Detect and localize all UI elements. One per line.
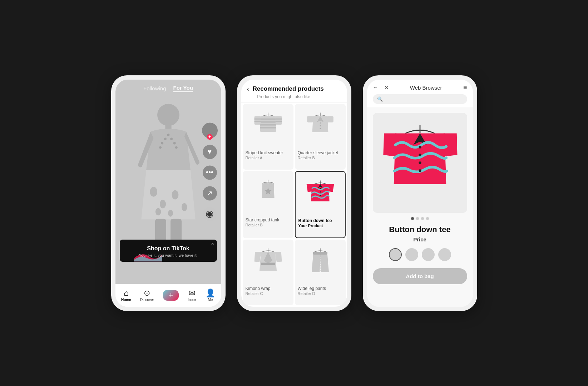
product-retailer-4: Your Product: [298, 224, 342, 228]
product-item-6[interactable]: Wide leg pants Retailer D: [295, 240, 346, 305]
tiktok-screen: Following For You: [115, 80, 221, 284]
svg-point-7: [173, 142, 176, 144]
browser-close-button[interactable]: ✕: [384, 84, 389, 91]
creator-avatar[interactable]: +: [202, 122, 218, 138]
svg-rect-34: [307, 116, 313, 122]
rec-title: Recommended products: [253, 85, 324, 92]
svg-point-9: [175, 146, 177, 149]
home-icon: ⌂: [124, 289, 128, 297]
svg-point-12: [172, 190, 178, 199]
product-price: Price: [373, 236, 467, 242]
nav-me-label: Me: [208, 298, 213, 302]
svg-point-41: [320, 188, 321, 189]
nav-home-label: Home: [121, 298, 131, 302]
svg-rect-29: [275, 121, 282, 122]
carousel-dot-2[interactable]: [416, 217, 419, 220]
product-image-4: [298, 176, 342, 215]
for-you-tab[interactable]: For You: [173, 85, 193, 92]
svg-point-51: [419, 154, 421, 156]
svg-point-13: [182, 203, 187, 211]
browser-back-button[interactable]: ←: [373, 84, 379, 91]
svg-point-14: [168, 210, 173, 216]
product-item-5[interactable]: Kimono wrap Retailer C: [243, 240, 293, 305]
svg-rect-21: [260, 121, 276, 122]
ad-close-button[interactable]: ✕: [211, 242, 214, 246]
product-name-6: Wide leg pants: [298, 286, 343, 292]
like-button[interactable]: ♥: [203, 145, 217, 159]
product-item-4[interactable]: Button down tee Your Product: [295, 171, 346, 238]
carousel-dot-4[interactable]: [426, 217, 429, 220]
following-tab[interactable]: Following: [143, 85, 166, 91]
nav-me[interactable]: 👤 Me: [206, 289, 215, 302]
color-option-2[interactable]: [405, 248, 418, 261]
nav-create[interactable]: +: [163, 290, 179, 301]
nav-discover-label: Discover: [140, 298, 154, 302]
color-option-3[interactable]: [422, 248, 435, 261]
add-to-bag-button[interactable]: Add to bag: [373, 268, 467, 284]
ad-banner[interactable]: ✕ Shop on TikTok You like it, you want i…: [120, 240, 217, 262]
svg-point-8: [159, 146, 162, 149]
product-name-4: Button down tee: [298, 218, 342, 224]
color-options: [373, 248, 467, 261]
product-name-2: Quarter sleeve jacket: [298, 150, 343, 156]
svg-point-6: [161, 142, 163, 144]
browser-title: Web Browser: [410, 85, 442, 91]
svg-rect-22: [260, 124, 276, 125]
color-option-4[interactable]: [438, 248, 451, 261]
svg-point-42: [320, 191, 321, 192]
product-name-1: Striped knit sweater: [246, 150, 291, 156]
rec-subtitle: Products you might also like: [257, 94, 341, 99]
svg-point-53: [419, 169, 421, 172]
svg-rect-47: [313, 252, 327, 255]
nav-home[interactable]: ⌂ Home: [121, 289, 131, 302]
product-retailer-3: Retailer B: [246, 223, 291, 227]
product-image-3: [246, 175, 291, 215]
tiktok-bottom-nav: ⌂ Home ⊙ Discover + ✉ Inbox 👤 Me: [115, 284, 221, 307]
svg-rect-24: [254, 116, 261, 125]
browser-nav-icons: ← ✕: [373, 84, 389, 91]
tiktok-phone: Following For You: [111, 75, 226, 311]
browser-search-input[interactable]: [386, 96, 463, 102]
svg-rect-28: [254, 121, 261, 122]
share-button[interactable]: ↗: [203, 186, 217, 200]
product-item-2[interactable]: Quarter sleeve jacket Retailer B: [295, 104, 346, 170]
svg-point-50: [419, 146, 421, 148]
tiktok-header: Following For You: [115, 80, 221, 95]
nav-discover[interactable]: ⊙ Discover: [140, 289, 154, 302]
browser-search-bar[interactable]: 🔍: [373, 94, 467, 104]
product-title: Button down tee: [373, 225, 467, 234]
carousel-dot-1[interactable]: [411, 217, 414, 220]
svg-rect-26: [254, 118, 261, 119]
svg-rect-35: [327, 116, 333, 122]
svg-point-43: [320, 195, 321, 196]
carousel-dots: [373, 217, 467, 220]
rec-header: ‹ Recommended products Products you migh…: [241, 80, 347, 102]
product-image-1: [246, 108, 291, 147]
svg-rect-23: [260, 127, 276, 128]
color-option-1[interactable]: [389, 248, 402, 261]
browser-search-icon: 🔍: [377, 96, 383, 102]
ad-subtitle: You like it, you want it, we have it!: [139, 253, 197, 257]
nav-inbox[interactable]: ✉ Inbox: [188, 289, 196, 302]
svg-rect-25: [275, 116, 282, 125]
carousel-dot-3[interactable]: [421, 217, 424, 220]
svg-point-33: [320, 128, 321, 129]
ad-title: Shop on TikTok: [147, 245, 189, 252]
svg-point-31: [320, 122, 321, 123]
product-item-3[interactable]: Star cropped tank Retailer B: [243, 171, 293, 238]
browser-menu-button[interactable]: ≡: [463, 84, 467, 91]
browser-header: ← ✕ Web Browser ≡ 🔍: [367, 80, 473, 107]
recommended-grid: Striped knit sweater Retailer A: [241, 102, 347, 307]
recommended-phone: ‹ Recommended products Products you migh…: [237, 75, 351, 311]
comment-button[interactable]: •••: [203, 165, 217, 180]
svg-point-15: [155, 208, 160, 215]
rec-back-button[interactable]: ‹: [247, 85, 249, 93]
follow-plus-icon[interactable]: +: [207, 134, 213, 140]
product-item-1[interactable]: Striped knit sweater Retailer A: [243, 104, 293, 170]
ad-content: Shop on TikTok You like it, you want it,…: [120, 240, 217, 262]
music-disc: ◉: [203, 207, 217, 221]
inbox-icon: ✉: [189, 289, 195, 297]
product-image-2: [298, 108, 343, 147]
svg-point-5: [170, 137, 173, 140]
product-name-3: Star cropped tank: [246, 217, 291, 223]
